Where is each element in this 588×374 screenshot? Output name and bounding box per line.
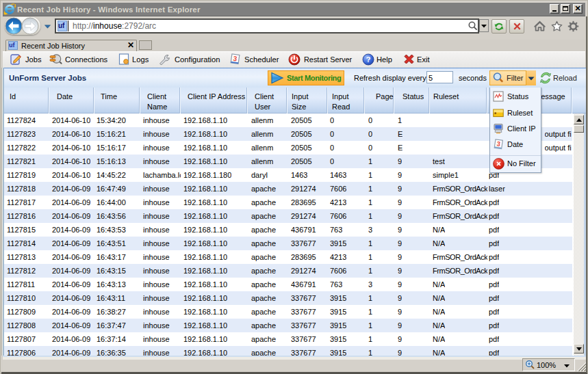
svg-text:?: ? [366, 55, 371, 64]
